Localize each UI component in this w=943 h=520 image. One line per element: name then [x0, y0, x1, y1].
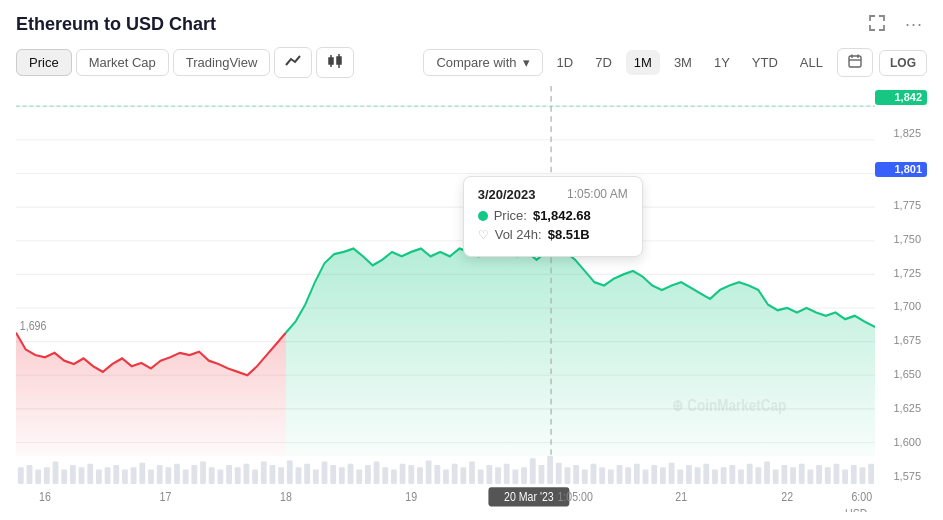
log-button[interactable]: LOG: [879, 50, 927, 76]
svg-rect-59: [330, 465, 336, 484]
svg-rect-38: [148, 469, 154, 484]
y-label-1700: 1,700: [875, 301, 927, 312]
svg-rect-55: [296, 467, 302, 484]
svg-rect-56: [304, 464, 310, 484]
svg-rect-88: [582, 469, 588, 484]
period-1m[interactable]: 1M: [626, 50, 660, 75]
svg-rect-41: [174, 464, 180, 484]
price-tooltip: 3/20/2023 1:05:00 AM Price: $1,842.68 ♡ …: [463, 176, 643, 257]
svg-rect-46: [217, 469, 223, 484]
svg-rect-93: [625, 467, 631, 484]
svg-text:1,696: 1,696: [20, 320, 47, 333]
svg-rect-1: [329, 58, 333, 64]
period-1d[interactable]: 1D: [549, 50, 582, 75]
volume-heart-icon: ♡: [478, 228, 489, 242]
tooltip-price-label: Price:: [494, 208, 527, 223]
tooltip-vol-label: Vol 24h:: [495, 227, 542, 242]
y-label-1842: 1,842: [875, 90, 927, 105]
svg-rect-106: [738, 469, 744, 484]
y-label-1775: 1,775: [875, 200, 927, 211]
svg-text:21: 21: [675, 490, 687, 503]
svg-rect-92: [617, 465, 623, 484]
calendar-button[interactable]: [837, 48, 873, 77]
svg-rect-37: [139, 463, 145, 484]
tab-market-cap[interactable]: Market Cap: [76, 49, 169, 76]
svg-text:18: 18: [280, 490, 292, 503]
svg-text:1:05:00: 1:05:00: [557, 490, 592, 503]
header-row: Ethereum to USD Chart ···: [16, 12, 927, 37]
svg-rect-117: [834, 464, 840, 484]
svg-rect-114: [808, 469, 814, 484]
svg-rect-95: [643, 469, 649, 484]
expand-button[interactable]: [865, 13, 889, 37]
svg-rect-89: [591, 464, 597, 484]
tooltip-vol-row: ♡ Vol 24h: $8.51B: [478, 227, 628, 242]
svg-rect-40: [165, 467, 171, 484]
svg-rect-52: [270, 465, 276, 484]
svg-rect-79: [504, 464, 510, 484]
svg-rect-53: [278, 467, 284, 484]
right-controls: Compare with ▾ 1D 7D 1M 3M 1Y YTD ALL LO…: [423, 48, 927, 77]
svg-rect-74: [460, 467, 466, 484]
tab-price[interactable]: Price: [16, 49, 72, 76]
svg-rect-71: [434, 465, 440, 484]
svg-rect-47: [226, 465, 232, 484]
svg-rect-109: [764, 462, 770, 484]
svg-rect-39: [157, 465, 163, 484]
svg-rect-4: [849, 56, 861, 67]
svg-rect-49: [244, 464, 250, 484]
candle-chart-icon-btn[interactable]: [316, 47, 354, 78]
svg-rect-115: [816, 465, 822, 484]
y-label-1750: 1,750: [875, 234, 927, 245]
period-3m[interactable]: 3M: [666, 50, 700, 75]
svg-rect-44: [200, 462, 206, 484]
y-label-1575: 1,575: [875, 471, 927, 482]
svg-rect-48: [235, 467, 241, 484]
svg-rect-85: [556, 463, 562, 484]
tab-tradingview[interactable]: TradingView: [173, 49, 271, 76]
left-tabs: Price Market Cap TradingView: [16, 47, 354, 78]
svg-rect-60: [339, 467, 345, 484]
svg-rect-36: [131, 467, 137, 484]
main-container: Ethereum to USD Chart ··· Price Market C…: [0, 0, 943, 520]
svg-rect-24: [27, 465, 33, 484]
svg-text:USD: USD: [845, 507, 867, 512]
svg-rect-51: [261, 462, 267, 484]
period-1y[interactable]: 1Y: [706, 50, 738, 75]
y-label-1675: 1,675: [875, 335, 927, 346]
chart-wrapper: 1,696: [16, 86, 927, 512]
svg-rect-80: [513, 469, 519, 484]
svg-rect-66: [391, 469, 397, 484]
tooltip-time: 1:05:00 AM: [567, 187, 628, 202]
svg-rect-34: [113, 465, 119, 484]
line-chart-icon-btn[interactable]: [274, 47, 312, 78]
svg-rect-61: [348, 464, 354, 484]
price-dot-icon: [478, 211, 488, 221]
more-options-button[interactable]: ···: [901, 12, 927, 37]
compare-with-button[interactable]: Compare with ▾: [423, 49, 542, 76]
svg-rect-33: [105, 467, 111, 484]
svg-rect-96: [651, 465, 657, 484]
svg-rect-58: [322, 462, 328, 484]
svg-rect-29: [70, 465, 76, 484]
svg-rect-120: [860, 467, 866, 484]
svg-rect-65: [382, 467, 388, 484]
svg-text:22: 22: [781, 490, 793, 503]
period-ytd[interactable]: YTD: [744, 50, 786, 75]
svg-rect-101: [695, 467, 701, 484]
header-icons: ···: [865, 12, 927, 37]
svg-rect-3: [337, 57, 341, 64]
tooltip-header: 3/20/2023 1:05:00 AM: [478, 187, 628, 202]
svg-rect-27: [53, 462, 59, 484]
period-7d[interactable]: 7D: [587, 50, 620, 75]
svg-rect-54: [287, 460, 293, 484]
svg-rect-102: [703, 464, 709, 484]
y-label-1801: 1,801: [875, 162, 927, 177]
svg-rect-68: [408, 465, 414, 484]
svg-rect-76: [478, 469, 484, 484]
svg-rect-121: [868, 464, 874, 484]
svg-rect-45: [209, 467, 215, 484]
svg-rect-94: [634, 464, 640, 484]
period-all[interactable]: ALL: [792, 50, 831, 75]
price-chart-svg: 1,696: [16, 86, 875, 512]
